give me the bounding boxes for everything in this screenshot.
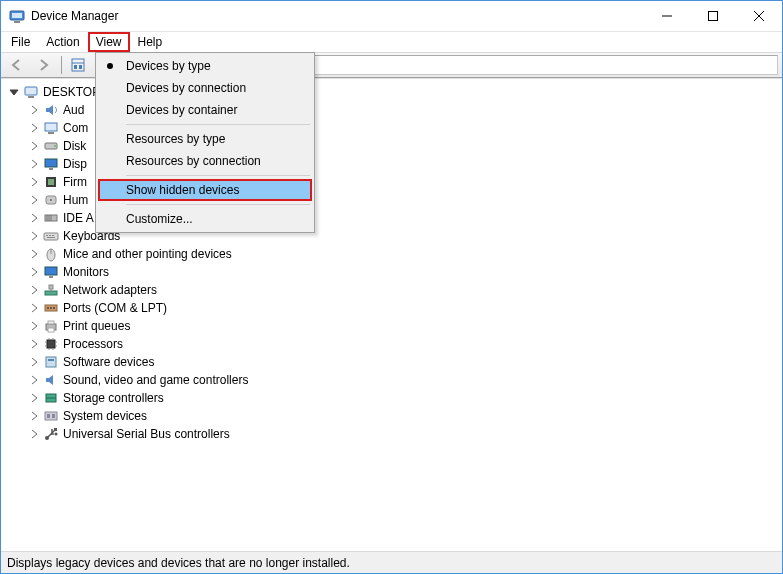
menu-item-label: Resources by type [126, 132, 225, 146]
firmware-icon [43, 174, 59, 190]
menu-action[interactable]: Action [38, 32, 87, 52]
category-label: Disp [63, 157, 87, 171]
expand-icon[interactable] [27, 211, 41, 225]
svg-point-18 [54, 145, 56, 147]
expand-icon[interactable] [27, 337, 41, 351]
svg-point-43 [50, 307, 52, 309]
menu-item-devices-by-container[interactable]: Devices by container [98, 99, 312, 121]
mouse-icon [43, 246, 59, 262]
category-label: Sound, video and game controllers [63, 373, 248, 387]
svg-rect-68 [54, 428, 57, 431]
tree-category[interactable]: Mice and other pointing devices [7, 245, 782, 263]
expand-icon[interactable] [27, 283, 41, 297]
expand-icon[interactable] [27, 229, 41, 243]
expand-icon[interactable] [27, 355, 41, 369]
svg-rect-37 [49, 276, 53, 278]
menu-item-devices-by-type[interactable]: Devices by type [98, 55, 312, 77]
category-label: Disk [63, 139, 86, 153]
expand-icon[interactable] [27, 427, 41, 441]
port-icon [43, 300, 59, 316]
expand-icon[interactable] [27, 409, 41, 423]
svg-rect-61 [45, 412, 57, 420]
menu-file[interactable]: File [3, 32, 38, 52]
menu-view[interactable]: View [88, 32, 130, 52]
collapse-icon[interactable] [7, 85, 21, 99]
tree-category[interactable]: Processors [7, 335, 782, 353]
svg-point-42 [47, 307, 49, 309]
svg-rect-15 [45, 123, 57, 131]
tree-category[interactable]: Network adapters [7, 281, 782, 299]
expand-icon[interactable] [27, 373, 41, 387]
menu-item-resources-by-connection[interactable]: Resources by connection [98, 150, 312, 172]
minimize-button[interactable] [644, 1, 690, 31]
tree-category[interactable]: System devices [7, 407, 782, 425]
svg-rect-48 [47, 340, 55, 348]
statusbar: Displays legacy devices and devices that… [1, 551, 782, 573]
computer-icon [43, 120, 59, 136]
tree-category[interactable]: Print queues [7, 317, 782, 335]
category-label: Monitors [63, 265, 109, 279]
monitor-icon [43, 264, 59, 280]
view-menu-dropdown: Devices by typeDevices by connectionDevi… [95, 52, 315, 233]
category-label: System devices [63, 409, 147, 423]
category-label: Network adapters [63, 283, 157, 297]
category-label: IDE A [63, 211, 94, 225]
menubar: FileActionViewHelp [1, 32, 782, 52]
expand-icon[interactable] [27, 157, 41, 171]
tree-category[interactable]: Universal Serial Bus controllers [7, 425, 782, 443]
svg-rect-2 [14, 21, 20, 23]
category-label: Processors [63, 337, 123, 351]
toolbar-separator [61, 56, 62, 74]
software-icon [43, 354, 59, 370]
app-icon [9, 8, 25, 24]
bullet-icon [107, 63, 113, 69]
titlebar: Device Manager [1, 1, 782, 32]
svg-rect-39 [49, 285, 53, 289]
expand-icon[interactable] [27, 175, 41, 189]
root-label: DESKTOP [43, 85, 100, 99]
maximize-button[interactable] [690, 1, 736, 31]
menu-item-show-hidden-devices[interactable]: Show hidden devices [98, 179, 312, 201]
category-label: Aud [63, 103, 84, 117]
svg-point-69 [55, 433, 58, 436]
tree-category[interactable]: Monitors [7, 263, 782, 281]
category-label: Hum [63, 193, 88, 207]
svg-rect-16 [48, 132, 54, 134]
back-button[interactable] [5, 54, 29, 76]
window-title: Device Manager [31, 9, 118, 23]
category-label: Universal Serial Bus controllers [63, 427, 230, 441]
tree-category[interactable]: Ports (COM & LPT) [7, 299, 782, 317]
expand-icon[interactable] [27, 319, 41, 333]
close-button[interactable] [736, 1, 782, 31]
menu-separator [126, 124, 310, 125]
category-label: Firm [63, 175, 87, 189]
forward-button[interactable] [31, 54, 55, 76]
ide-icon [43, 210, 59, 226]
svg-rect-46 [48, 321, 54, 324]
tree-category[interactable]: Software devices [7, 353, 782, 371]
hid-icon [43, 192, 59, 208]
properties-button[interactable] [66, 54, 90, 76]
expand-icon[interactable] [27, 121, 41, 135]
menu-item-resources-by-type[interactable]: Resources by type [98, 128, 312, 150]
expand-icon[interactable] [27, 193, 41, 207]
expand-icon[interactable] [27, 391, 41, 405]
audio-icon [43, 102, 59, 118]
svg-rect-20 [49, 168, 53, 170]
menu-item-label: Show hidden devices [126, 183, 239, 197]
svg-rect-14 [28, 96, 34, 98]
expand-icon[interactable] [27, 139, 41, 153]
menu-help[interactable]: Help [130, 32, 171, 52]
category-label: Ports (COM & LPT) [63, 301, 167, 315]
menu-item-customize[interactable]: Customize... [98, 208, 312, 230]
expand-icon[interactable] [27, 103, 41, 117]
svg-rect-10 [79, 65, 82, 69]
expand-icon[interactable] [27, 265, 41, 279]
tree-category[interactable]: Storage controllers [7, 389, 782, 407]
tree-category[interactable]: Sound, video and game controllers [7, 371, 782, 389]
expand-icon[interactable] [27, 301, 41, 315]
expand-icon[interactable] [27, 247, 41, 261]
menu-item-devices-by-connection[interactable]: Devices by connection [98, 77, 312, 99]
svg-rect-62 [47, 414, 50, 418]
svg-rect-31 [49, 235, 51, 236]
